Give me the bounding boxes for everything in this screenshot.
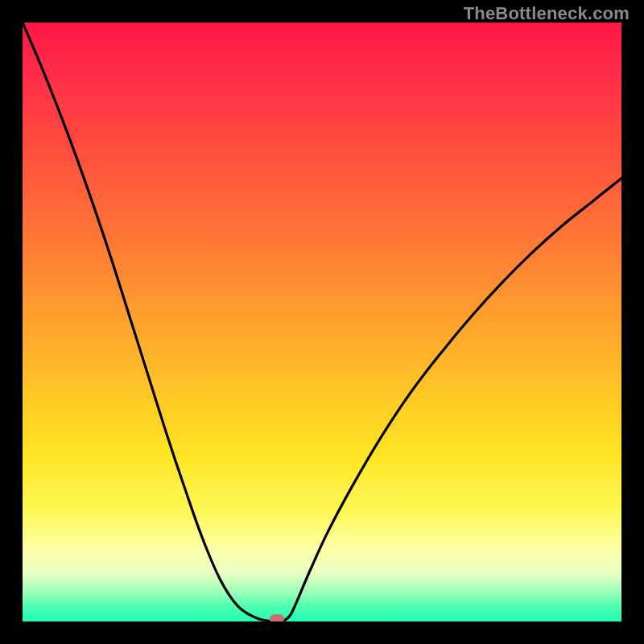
minimum-marker [270, 614, 284, 621]
chart-frame: TheBottleneck.com [0, 0, 644, 644]
bottleneck-curve [23, 23, 621, 621]
watermark-text: TheBottleneck.com [464, 3, 630, 24]
plot-area [23, 23, 621, 621]
